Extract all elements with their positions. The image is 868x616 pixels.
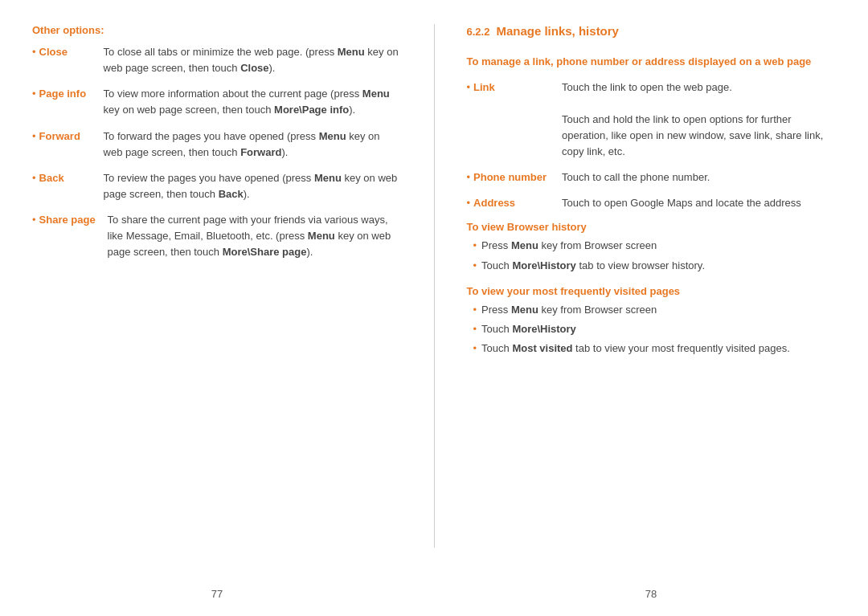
term-address: Address (473, 195, 562, 211)
chapter-number: 6.2.2 (467, 26, 490, 38)
list-item: • Press Menu key from Browser screen (473, 302, 837, 318)
bullet: • (32, 86, 36, 118)
bullet: • (473, 302, 477, 318)
bullet: • (32, 44, 36, 76)
bullet-text: Press Menu key from Browser screen (481, 302, 657, 318)
desc-phone: Touch to call the phone number. (562, 169, 836, 186)
list-item: • Address Touch to open Google Maps and … (467, 195, 837, 211)
left-page: Other options: • Close To close all tabs… (32, 24, 402, 548)
browser-history-section: To view Browser history • Press Menu key… (467, 221, 837, 273)
list-item: • Back To review the pages you have open… (32, 170, 402, 202)
right-items-list: • Link Touch the link to open the web pa… (467, 80, 837, 212)
left-page-number: 77 (0, 588, 434, 616)
right-intro: To manage a link, phone number or addres… (467, 54, 837, 70)
list-item: • Touch Most visited tab to view your mo… (473, 341, 837, 357)
desc-address: Touch to open Google Maps and locate the… (562, 195, 836, 211)
desc-back: To review the pages you have opened (pre… (104, 170, 402, 202)
list-item: • Press Menu key from Browser screen (473, 238, 837, 254)
bullet: • (32, 212, 36, 260)
term-pageinfo: Page info (39, 86, 104, 118)
term-sharepage: Share page (39, 212, 108, 260)
desc-close: To close all tabs or minimize the web pa… (104, 44, 402, 76)
bullet: • (467, 80, 471, 96)
page-divider (434, 24, 435, 548)
left-section-title: Other options: (32, 24, 402, 36)
list-item: • Touch More\History tab to view browser… (473, 258, 837, 274)
term-phone: Phone number (473, 169, 562, 186)
term-back: Back (39, 170, 104, 202)
bullet: • (473, 321, 477, 337)
bullet: • (467, 195, 471, 211)
most-visited-title: To view your most frequently visited pag… (467, 285, 837, 297)
bullet: • (32, 129, 36, 161)
list-item: • Link Touch the link to open the web pa… (467, 80, 837, 161)
bullet-text: Touch Most visited tab to view your most… (481, 341, 790, 357)
browser-history-list: • Press Menu key from Browser screen • T… (467, 238, 837, 273)
list-item: • Phone number Touch to call the phone n… (467, 169, 837, 186)
bullet-text: Touch More\History (481, 321, 576, 337)
options-list: • Close To close all tabs or minimize th… (32, 44, 402, 261)
bullet: • (473, 258, 477, 274)
list-item: • Close To close all tabs or minimize th… (32, 44, 402, 76)
desc-sharepage: To share the current page with your frie… (108, 212, 402, 260)
term-link: Link (473, 80, 562, 96)
right-page: 6.2.2 Manage links, history To manage a … (467, 24, 837, 548)
desc-pageinfo: To view more information about the curre… (104, 86, 402, 118)
right-page-number: 78 (434, 588, 868, 616)
bullet: • (473, 238, 477, 254)
pages-footer: 77 78 (0, 588, 868, 616)
bullet-text: Touch More\History tab to view browser h… (481, 258, 705, 274)
bullet-text: Press Menu key from Browser screen (481, 238, 657, 254)
browser-history-title: To view Browser history (467, 221, 837, 233)
list-item: • Share page To share the current page w… (32, 212, 402, 260)
desc-forward: To forward the pages you have opened (pr… (104, 129, 402, 161)
bullet: • (473, 341, 477, 357)
term-forward: Forward (39, 129, 104, 161)
list-item: • Forward To forward the pages you have … (32, 129, 402, 161)
chapter-title: Manage links, history (496, 24, 619, 38)
list-item: • Page info To view more information abo… (32, 86, 402, 118)
term-close: Close (39, 44, 104, 76)
bullet: • (32, 170, 36, 202)
desc-link: Touch the link to open the web page.Touc… (562, 80, 836, 161)
list-item: • Touch More\History (473, 321, 837, 337)
bullet: • (467, 169, 471, 186)
most-visited-section: To view your most frequently visited pag… (467, 285, 837, 357)
most-visited-list: • Press Menu key from Browser screen • T… (467, 302, 837, 357)
